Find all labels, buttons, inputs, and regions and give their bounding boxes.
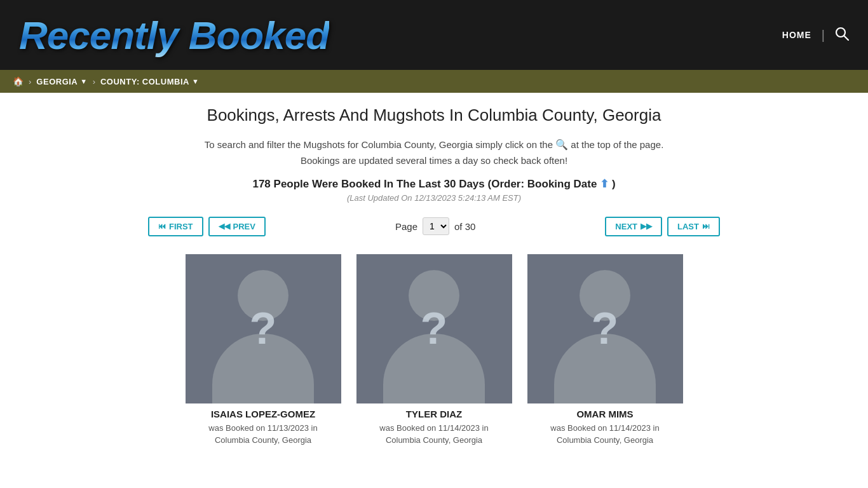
search-button[interactable] (835, 27, 849, 44)
prev-button[interactable]: ◀◀ PREV (208, 217, 266, 236)
last-button[interactable]: LAST ⏭ (667, 217, 720, 236)
pagination-left: ⏮ FIRST ◀◀ PREV (148, 217, 266, 236)
site-logo[interactable]: Recently Booked (19, 13, 329, 58)
last-icon: ⏭ (702, 222, 710, 231)
mugshot-image-1: ? (186, 254, 341, 403)
mugshot-image-3: ? (527, 254, 683, 403)
next-button[interactable]: NEXT ▶▶ (605, 217, 662, 236)
site-header: Recently Booked HOME | (0, 0, 868, 70)
card-info-1: was Booked on 11/13/2023 in Columbia Cou… (186, 422, 341, 447)
first-button[interactable]: ⏮ FIRST (148, 217, 203, 236)
first-icon: ⏮ (158, 222, 166, 231)
breadcrumb-arrow-2: › (93, 77, 95, 86)
cards-container: ? ISAIAS LOPEZ-GOMEZ was Booked on 11/13… (142, 254, 726, 452)
page-heading: Bookings, Arrests And Mugshots In Columb… (142, 105, 726, 125)
page-select-dropdown[interactable]: 1 2 3 4 5 (423, 217, 449, 235)
question-mark-3: ? (592, 306, 619, 351)
sort-icon: ⬆ (600, 178, 609, 190)
description-text: To search and filter the Mugshots for Co… (142, 137, 726, 168)
question-mark-1: ? (250, 306, 277, 351)
card-name-3: OMAR MIMS (527, 409, 683, 419)
question-mark-2: ? (421, 306, 448, 351)
breadcrumb-arrow-1: › (29, 77, 31, 86)
home-nav-link[interactable]: HOME (782, 30, 811, 40)
search-icon-inline: 🔍 (555, 139, 568, 150)
mugshot-card: ? OMAR MIMS was Booked on 11/14/2023 in … (527, 254, 683, 452)
breadcrumb-state[interactable]: GEORGIA ▼ (36, 77, 87, 86)
card-info-3: was Booked on 11/14/2023 in Columbia Cou… (527, 422, 683, 447)
card-name-2: TYLER DIAZ (356, 409, 512, 419)
page-selector: Page 1 2 3 4 5 of 30 (395, 217, 475, 235)
mugshot-card: ? TYLER DIAZ was Booked on 11/14/2023 in… (356, 254, 512, 452)
main-content: Bookings, Arrests And Mugshots In Columb… (129, 93, 739, 464)
silhouette-1: ? (186, 254, 341, 403)
breadcrumb-bar: 🏠 › GEORGIA ▼ › COUNTY: COLUMBIA ▼ (0, 70, 868, 93)
mugshot-image-2: ? (356, 254, 512, 403)
pagination-right: NEXT ▶▶ LAST ⏭ (605, 217, 720, 236)
breadcrumb-county[interactable]: COUNTY: COLUMBIA ▼ (100, 77, 199, 86)
prev-icon: ◀◀ (219, 222, 230, 231)
pagination-bar: ⏮ FIRST ◀◀ PREV Page 1 2 3 4 5 of 30 NEX… (142, 217, 726, 236)
next-icon: ▶▶ (641, 222, 652, 231)
silhouette-2: ? (356, 254, 512, 403)
county-caret-icon: ▼ (192, 78, 199, 85)
last-updated: (Last Updated On 12/13/2023 5:24:13 AM E… (142, 193, 726, 203)
booking-count: 178 People Were Booked In The Last 30 Da… (142, 177, 726, 191)
silhouette-3: ? (527, 254, 683, 403)
card-name-1: ISAIAS LOPEZ-GOMEZ (186, 409, 341, 419)
breadcrumb-home-icon[interactable]: 🏠 (13, 76, 24, 86)
state-caret-icon: ▼ (80, 78, 87, 85)
card-info-2: was Booked on 11/14/2023 in Columbia Cou… (356, 422, 512, 447)
header-nav: HOME | (782, 27, 849, 44)
mugshot-card: ? ISAIAS LOPEZ-GOMEZ was Booked on 11/13… (186, 254, 341, 452)
nav-divider: | (822, 28, 825, 43)
svg-line-1 (844, 36, 849, 40)
